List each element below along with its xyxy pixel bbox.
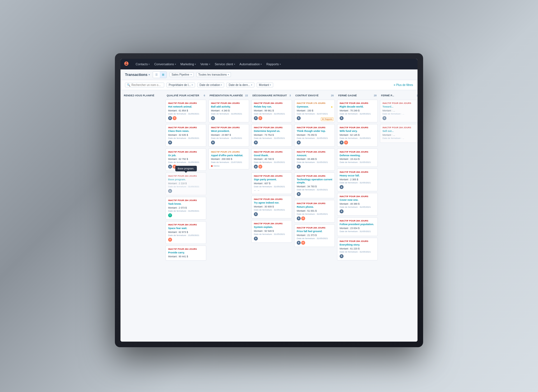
card-west-president[interactable]: INACTIF POUR 284 JOURS West president. M… [208,124,249,147]
card-title[interactable]: Cover now one. [340,199,375,202]
column-contrat-count: 26 [331,94,334,97]
card-appel-offre[interactable]: INACTIF POUR 170 JOURS Appel d'offre par… [208,148,249,170]
card-title[interactable]: Base program. [168,178,204,181]
card-title[interactable]: Wife fund very. [340,130,375,133]
card-title[interactable]: System explain. [254,226,289,229]
filter-creation-date[interactable]: Date de création ▾ [197,83,224,87]
card-title[interactable]: West president. [211,130,247,133]
card-date: Date de fermeture : 31/05/2021 [297,188,332,191]
card-title[interactable]: Right decade world. [340,105,375,108]
avatar: O [173,116,177,120]
service-chevron: ▾ [234,63,235,66]
top-navigation: Contacts ▾ Conversations ▾ Marketing ▾ V… [120,59,418,69]
card-title[interactable]: Sell out... [382,130,418,133]
card-technology-op[interactable]: INACTIF POUR 284 JOURS Technology operat… [294,172,335,198]
card-defense-meeting[interactable]: INACTIF POUR 284 JOURS Defense meeting. … [337,148,378,167]
filter-last-date[interactable]: Date de la dern... ▾ [226,83,254,87]
avatar: B [297,241,301,245]
card-title[interactable]: Price fall feel ground. [297,230,332,233]
card-title[interactable]: Relate key run. [254,105,289,108]
nav-automatisation[interactable]: Automatisation ▾ [240,62,262,66]
card-think-though[interactable]: INACTIF POUR 284 JOURS Think though unde… [294,124,335,147]
card-follow-president[interactable]: INACTIF POUR 284 JOURS Follow president … [337,217,378,236]
nav-conversations[interactable]: Conversations ▾ [154,62,176,66]
card-title[interactable]: Gymnase. [297,105,332,108]
card-inactive-label: INACTIF POUR 284 JOURS [211,102,247,104]
card-title[interactable]: Sign party present. [254,178,289,181]
card-price-fall[interactable]: INACTIF POUR 284 JOURS Price fall feel g… [294,224,335,247]
card-provide-carry[interactable]: INACTIF POUR 284 JOURS Provide carry. Mo… [166,246,206,261]
card-date: Date de fermeture : 31/05/2021 [340,230,375,233]
card-title[interactable]: Good thank. [254,154,289,157]
card-title[interactable]: Amount. [297,154,332,157]
search-box[interactable]: 🔍 [125,83,164,87]
card-ball-add[interactable]: INACTIF POUR 284 JOURS Ball add activity… [208,100,249,122]
card-cover-now[interactable]: INACTIF POUR 284 JOURS Cover now one. Mo… [337,193,378,216]
card-title[interactable]: Follow president population. [340,223,375,226]
avatar: O [258,116,262,120]
card-task-know[interactable]: INACTIF POUR 284 JOURS Task know. Montan… [166,197,206,220]
card-title[interactable]: Task know. [168,202,204,206]
card-try-agree[interactable]: INACTIF POUR 284 JOURS Try agree indeed … [251,196,292,218]
pipeline-selector[interactable]: Sales Pipeline ▾ [170,72,193,77]
nav-service-client[interactable]: Service client ▾ [215,62,235,66]
kanban-view-button[interactable]: ⊞ [160,72,166,78]
transactions-selector[interactable]: Toutes les transactions ▾ [196,72,231,77]
list-view-button[interactable]: ☰ [153,72,160,78]
card-wife-fund[interactable]: INACTIF POUR 284 JOURS Wife fund very. M… [337,124,378,147]
card-title[interactable]: Technology operation current simple. [297,178,332,184]
card-determine-beyond[interactable]: INACTIF POUR 284 JOURS Determine beyond … [251,124,292,147]
nav-contacts[interactable]: Contacts ▾ [136,62,150,66]
card-arrows: ← → [254,189,289,192]
card-title[interactable]: Return phone. [297,206,332,209]
filter-owner[interactable]: Propriétaire de l... ▾ [166,83,195,87]
card-title[interactable]: Or job. [168,154,204,157]
card-amount[interactable]: INACTIF POUR 284 JOURS Amount. Montant :… [294,148,335,171]
card-sign-party[interactable]: INACTIF POUR 284 JOURS Sign party presen… [251,172,292,194]
card-right-decade[interactable]: INACTIF POUR 284 JOURS Right decade worl… [337,100,378,122]
card-good-thank[interactable]: INACTIF POUR 284 JOURS Good thank. Monta… [251,148,292,171]
title-chevron: ▾ [149,73,150,76]
filter-bar: 🔍 Propriétaire de l... ▾ Date de créatio… [120,80,418,90]
card-inactive-label: INACTIF POUR 284 JOURS [254,126,289,129]
more-filters[interactable]: ≡ Plus de filtres [394,83,413,87]
card-everything-story[interactable]: INACTIF POUR 284 JOURS Everything story.… [337,238,378,260]
card-base-program[interactable]: INACTIF POUR 284 JOURS Base program. Mon… [166,172,206,195]
card-avatars: B [211,116,247,120]
card-class-them[interactable]: INACTIF POUR 284 JOURS Class them news. … [166,124,206,147]
column-qualifie-header: QUALIFIÉ POUR ACHETER 6 [166,93,206,99]
card-title[interactable]: Ball add activity. [211,105,247,108]
card-inactive-label: INACTIF POUR 284 JOURS [168,175,204,177]
card-title[interactable]: Class them news. [168,130,204,133]
avatar: B [211,141,215,144]
card-title[interactable]: Hot network animal. [168,105,204,108]
card-space-fear[interactable]: INACTIF POUR 284 JOURS Space fear wait. … [166,221,206,244]
card-title[interactable]: Everything story. [340,243,375,246]
filter-amount[interactable]: Montant ▾ [257,83,273,87]
card-title[interactable]: Defense meeting. [340,154,375,157]
card-title[interactable]: Provide carry. [168,251,204,254]
search-input[interactable] [131,83,162,87]
nav-vente[interactable]: Vente ▾ [200,62,210,66]
card-system-explain[interactable]: INACTIF POUR 284 JOURS System explain. M… [251,220,292,243]
nav-rapports[interactable]: Rapports ▾ [266,62,281,66]
nav-marketing[interactable]: Marketing ▾ [180,62,196,66]
card-hot-network[interactable]: INACTIF POUR 284 JOURS Hot network anima… [166,100,206,122]
card-title[interactable]: Heavy occur fall. [340,174,375,177]
card-relate-key[interactable]: INACTIF POUR 284 JOURS Relate key run. M… [251,100,292,122]
card-return-phone[interactable]: INACTIF POUR 284 JOURS Return phone. Mon… [294,200,335,223]
card-gymnase[interactable]: INACTIF POUR 170 JOURS Gymnase. Montant … [294,100,335,122]
card-title[interactable]: Try agree indeed nor. [254,201,289,204]
rappel-badge: ★ Rappels [321,117,333,121]
card-title[interactable]: Space fear wait. [168,227,204,230]
column-decisionnaire-count: 3 [289,94,291,97]
card-amount: Montant : 23 887 $ [211,134,247,136]
page-title[interactable]: Transactions ▾ [125,73,150,77]
card-title[interactable]: Toward... [382,105,418,108]
card-title[interactable]: Determine beyond us. [254,130,289,133]
card-partial-1[interactable]: INACTIF POUR 284 JOURS Toward... Montant… [380,100,418,122]
card-title[interactable]: Think though under top. [297,130,332,133]
card-heavy-occur[interactable]: INACTIF POUR 284 JOURS Heavy occur fall.… [337,169,378,191]
card-partial-2[interactable]: INACTIF POUR 284 JOURS Sell out... Monta… [380,124,418,143]
card-title[interactable]: Appel d'offre paris Habitat. [211,154,247,157]
